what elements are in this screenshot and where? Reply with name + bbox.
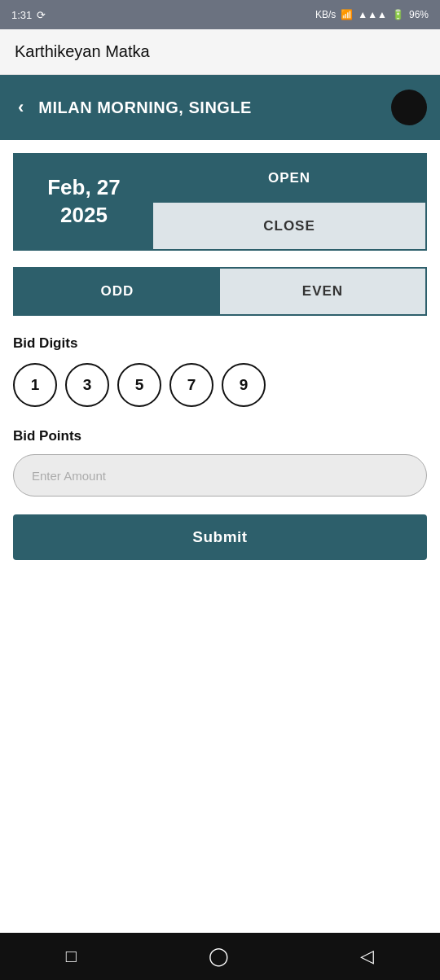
close-button[interactable]: CLOSE bbox=[153, 203, 425, 249]
signal-icon: ▲▲▲ bbox=[358, 9, 387, 20]
main-content: Feb, 27 2025 OPEN CLOSE ODD EVEN Bid Dig… bbox=[0, 140, 440, 933]
year-text: 2025 bbox=[47, 202, 121, 230]
open-button[interactable]: OPEN bbox=[153, 155, 425, 203]
network-label: KB/s bbox=[315, 9, 336, 20]
nav-square-icon[interactable]: □ bbox=[66, 946, 77, 967]
bid-amount-input[interactable] bbox=[13, 454, 427, 497]
app-bar: Karthikeyan Matka bbox=[0, 29, 440, 75]
digit-3[interactable]: 3 bbox=[65, 363, 109, 407]
nav-home-icon[interactable]: ◯ bbox=[209, 946, 229, 967]
battery-icon: 🔋 bbox=[392, 9, 404, 20]
bottom-nav: □ ◯ ◁ bbox=[0, 933, 440, 980]
digit-9[interactable]: 9 bbox=[222, 363, 266, 407]
page-header: ‹ MILAN MORNING, SINGLE bbox=[0, 75, 440, 140]
time-display: 1:31 bbox=[11, 9, 32, 21]
wifi-icon: 📶 bbox=[341, 9, 353, 20]
app-title: Karthikeyan Matka bbox=[15, 42, 150, 60]
nav-back-icon[interactable]: ◁ bbox=[360, 946, 374, 967]
header-avatar bbox=[391, 90, 427, 125]
odd-even-card: ODD EVEN bbox=[13, 267, 427, 316]
digit-1[interactable]: 1 bbox=[13, 363, 57, 407]
battery-level: 96% bbox=[409, 9, 429, 20]
bid-digits-label: Bid Digits bbox=[13, 335, 427, 352]
sync-icon: ⟳ bbox=[37, 9, 46, 21]
page-title: MILAN MORNING, SINGLE bbox=[38, 98, 381, 117]
date-text: Feb, 27 bbox=[47, 174, 121, 202]
date-display: Feb, 27 2025 bbox=[15, 155, 153, 249]
status-right: KB/s 📶 ▲▲▲ 🔋 96% bbox=[315, 9, 429, 20]
digit-5[interactable]: 5 bbox=[117, 363, 161, 407]
bid-digits-row: 1 3 5 7 9 bbox=[13, 363, 427, 407]
date-open-close-card: Feb, 27 2025 OPEN CLOSE bbox=[13, 153, 427, 251]
digit-7[interactable]: 7 bbox=[169, 363, 213, 407]
odd-button[interactable]: ODD bbox=[15, 269, 220, 314]
back-button[interactable]: ‹ bbox=[13, 95, 29, 120]
status-bar: 1:31 ⟳ KB/s 📶 ▲▲▲ 🔋 96% bbox=[0, 0, 440, 29]
bid-points-label: Bid Points bbox=[13, 428, 427, 444]
submit-button[interactable]: Submit bbox=[13, 514, 427, 560]
status-left: 1:31 ⟳ bbox=[11, 9, 46, 21]
even-button[interactable]: EVEN bbox=[220, 269, 425, 314]
open-close-section: OPEN CLOSE bbox=[153, 155, 425, 249]
